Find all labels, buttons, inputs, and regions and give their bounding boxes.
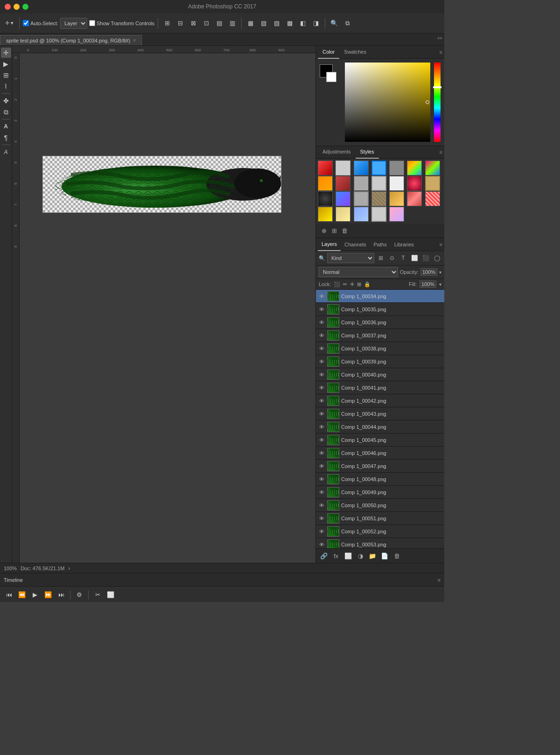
lock-pixels-icon[interactable]: ✏ xyxy=(343,281,347,287)
layer-visibility-icon[interactable]: 👁 xyxy=(318,358,325,365)
close-button[interactable] xyxy=(5,4,11,10)
settings-btn[interactable]: ⚙ xyxy=(74,590,84,600)
lock-artboard-icon[interactable]: ⊞ xyxy=(357,281,361,287)
style-swatch-4[interactable] xyxy=(371,161,386,175)
style-swatch-6[interactable] xyxy=(407,161,422,175)
layer-row[interactable]: 👁 Comp 1_00034.png xyxy=(316,290,444,303)
background-color[interactable] xyxy=(326,72,336,82)
timeline-menu-btn[interactable]: ≡ xyxy=(438,577,441,583)
new-group-btn[interactable]: 📁 xyxy=(367,551,378,561)
layer-row[interactable]: 👁 Comp 1_00052.png xyxy=(316,525,444,538)
tab-layers[interactable]: Layers xyxy=(318,238,341,251)
layer-visibility-icon[interactable]: 👁 xyxy=(318,502,325,509)
layer-visibility-icon[interactable]: 👁 xyxy=(318,306,325,313)
style-swatch-22[interactable] xyxy=(318,207,333,222)
transform-tool[interactable]: ⊞ xyxy=(1,70,11,80)
distribute-bottom-btn[interactable]: ◨ xyxy=(310,18,322,29)
new-layer-btn[interactable]: 📄 xyxy=(379,551,390,561)
style-swatch-12[interactable] xyxy=(389,176,404,191)
style-swatch-18[interactable] xyxy=(371,191,386,206)
tab-libraries[interactable]: Libraries xyxy=(391,238,418,251)
doc-tab-close-btn[interactable]: × xyxy=(133,38,136,43)
prev-frame-btn[interactable]: ⏪ xyxy=(17,590,27,600)
layer-visibility-icon[interactable]: 👁 xyxy=(318,410,325,418)
layer-visibility-icon[interactable]: 👁 xyxy=(318,319,325,326)
move-tool[interactable]: ✛ xyxy=(1,48,11,58)
add-style-btn[interactable]: fx xyxy=(331,551,341,561)
type-tool[interactable]: A xyxy=(1,121,11,132)
layer-row[interactable]: 👁 Comp 1_00048.png xyxy=(316,473,444,486)
move-tool-dropdown[interactable]: ▾ xyxy=(11,20,14,26)
convert-btn[interactable]: ⬜ xyxy=(105,590,116,600)
style-swatch-13[interactable] xyxy=(407,176,422,191)
style-swatch-7[interactable] xyxy=(425,161,440,175)
layer-row[interactable]: 👁 Comp 1_00044.png xyxy=(316,420,444,433)
style-swatch-25[interactable] xyxy=(371,207,386,222)
filter-icon-4[interactable]: ⬜ xyxy=(410,253,419,263)
layer-visibility-icon[interactable]: 👁 xyxy=(318,436,325,444)
align-center-h-btn[interactable]: ⊟ xyxy=(175,18,186,29)
clone-tool[interactable]: ⧉ xyxy=(1,107,11,117)
styles-delete-btn[interactable]: ⊗ xyxy=(319,225,329,236)
distribute-center-v-btn[interactable]: ◧ xyxy=(297,18,308,29)
style-swatch-24[interactable] xyxy=(354,207,369,222)
go-to-first-btn[interactable]: ⏮ xyxy=(4,590,14,600)
filter-icon-2[interactable]: ⊙ xyxy=(387,253,397,263)
window-controls[interactable] xyxy=(5,4,28,10)
layer-visibility-icon[interactable]: 👁 xyxy=(318,397,325,405)
filter-icon-3[interactable]: T xyxy=(399,253,408,263)
align-bottom-btn[interactable]: ▥ xyxy=(227,18,238,29)
style-swatch-8[interactable] xyxy=(318,176,333,191)
layer-visibility-icon[interactable]: 👁 xyxy=(318,371,325,378)
style-swatch-10[interactable] xyxy=(354,176,369,191)
layer-row[interactable]: 👁 Comp 1_00038.png xyxy=(316,342,444,355)
search-btn[interactable]: 🔍 xyxy=(329,18,340,29)
styles-new-btn[interactable]: ⊞ xyxy=(329,225,339,236)
filter-icon-5[interactable]: ⬛ xyxy=(421,253,430,263)
tab-channels[interactable]: Channels xyxy=(341,238,370,251)
opacity-dropdown[interactable]: ▾ xyxy=(439,270,441,275)
tab-color[interactable]: Color xyxy=(318,46,339,59)
select-tool[interactable]: ▶ xyxy=(1,59,11,69)
layer-row[interactable]: 👁 Comp 1_00037.png xyxy=(316,329,444,342)
healing-tool[interactable]: ✤ xyxy=(1,96,11,106)
panel-view-btn[interactable]: ⧉ xyxy=(342,18,353,29)
tab-swatches[interactable]: Swatches xyxy=(339,46,371,59)
layer-visibility-icon[interactable]: 👁 xyxy=(318,541,325,548)
gradient-field[interactable] xyxy=(345,63,430,142)
style-swatch-5[interactable] xyxy=(389,161,404,175)
style-swatch-11[interactable] xyxy=(371,176,386,191)
layer-row[interactable]: 👁 Comp 1_00036.png xyxy=(316,316,444,329)
layer-visibility-icon[interactable]: 👁 xyxy=(318,423,325,431)
style-swatch-15[interactable] xyxy=(318,191,333,206)
style-swatch-21[interactable] xyxy=(425,191,440,206)
status-arrow[interactable]: › xyxy=(68,565,70,572)
layer-row[interactable]: 👁 Comp 1_00040.png xyxy=(316,368,444,381)
align-center-v-btn[interactable]: ▤ xyxy=(214,18,225,29)
layer-row[interactable]: 👁 Comp 1_00045.png xyxy=(316,433,444,447)
layer-row[interactable]: 👁 Comp 1_00046.png xyxy=(316,447,444,460)
align-top-btn[interactable]: ⊡ xyxy=(201,18,212,29)
style-swatch-23[interactable] xyxy=(336,207,350,222)
layer-visibility-icon[interactable]: 👁 xyxy=(318,332,325,339)
styles-trash-btn[interactable]: 🗑 xyxy=(339,225,350,236)
style-swatch-26[interactable] xyxy=(389,207,404,222)
layer-visibility-icon[interactable]: 👁 xyxy=(318,293,325,300)
tab-paths[interactable]: Paths xyxy=(370,238,391,251)
filter-icon-1[interactable]: ⊞ xyxy=(376,253,385,263)
layer-filter-select[interactable]: Kind xyxy=(327,253,374,263)
layer-visibility-icon[interactable]: 👁 xyxy=(318,475,325,483)
style-swatch-20[interactable] xyxy=(407,191,422,206)
layer-row[interactable]: 👁 Comp 1_00041.png xyxy=(316,381,444,394)
paragraph-tool[interactable]: ¶ xyxy=(1,133,11,143)
cut-btn[interactable]: ✂ xyxy=(92,590,103,600)
style-swatch-17[interactable] xyxy=(354,191,369,206)
style-swatch-9[interactable] xyxy=(336,176,350,191)
opacity-value[interactable]: 100% xyxy=(420,268,437,276)
play-btn[interactable]: ▶ xyxy=(30,590,40,600)
transform-controls-checkbox[interactable] xyxy=(89,20,95,26)
minimize-button[interactable] xyxy=(14,4,20,10)
layer-row[interactable]: 👁 Comp 1_00042.png xyxy=(316,394,444,407)
new-fill-btn[interactable]: ◑ xyxy=(355,551,365,561)
layer-row[interactable]: 👁 Comp 1_00043.png xyxy=(316,407,444,420)
